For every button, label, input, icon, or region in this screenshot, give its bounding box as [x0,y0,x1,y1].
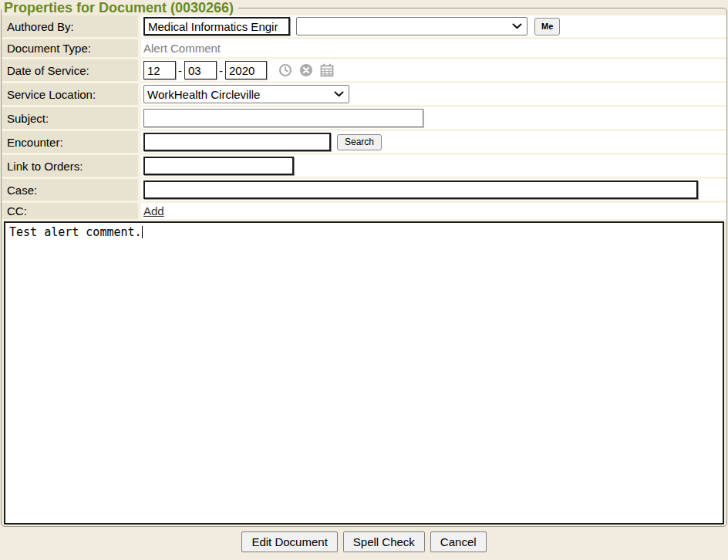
field-label-authored-by: Authored By: [2,15,141,37]
case-input[interactable] [143,180,698,199]
field-label-encounter: Encounter: [2,131,141,153]
circle-x-icon[interactable] [299,63,313,77]
cc-add-link[interactable]: Add [143,204,164,218]
document-body-textarea[interactable]: Test alert comment. [4,221,724,525]
field-label-service-location: Service Location: [2,83,141,105]
page-title: Properties for Document (0030266) [2,0,238,15]
authored-by-input[interactable] [143,17,290,35]
field-label-document-type: Document Type: [2,39,141,57]
date-separator: - [219,64,223,77]
service-location-select[interactable]: WorkHealth Circleville [143,85,349,103]
me-button[interactable]: Me [534,18,560,35]
row-case: Case: [2,179,726,203]
field-label-link-to-orders: Link to Orders: [2,155,141,177]
field-label-subject: Subject: [2,107,141,129]
authored-by-select[interactable] [296,17,527,35]
properties-form: Authored By: Me Document Type: Alert Com… [2,15,726,221]
field-label-case: Case: [2,179,141,201]
row-link-to-orders: Link to Orders: [2,155,726,179]
row-subject: Subject: [2,107,726,131]
date-separator: - [178,64,182,77]
action-bar: Edit Document Spell Check Cancel [0,527,728,552]
document-type-value: Alert Comment [143,42,221,55]
encounter-input[interactable] [143,133,331,151]
cancel-button[interactable]: Cancel [430,531,487,552]
row-cc: CC: Add [2,203,726,221]
clock-icon[interactable] [278,63,292,77]
row-service-location: Service Location: WorkHealth Circleville [2,83,726,107]
document-properties-panel: Properties for Document (0030266) Author… [1,0,727,527]
text-caret [142,226,143,238]
document-body-text: Test alert comment. [9,225,142,239]
calendar-icon[interactable] [320,63,334,77]
field-label-date-of-service: Date of Service: [2,59,141,81]
date-month-input[interactable] [143,61,176,79]
spell-check-button[interactable]: Spell Check [343,531,425,552]
row-encounter: Encounter: Search [2,131,726,155]
date-day-input[interactable] [184,61,217,79]
row-date-of-service: Date of Service: - - [2,59,726,83]
encounter-search-button[interactable]: Search [337,134,382,150]
date-year-input[interactable] [225,61,267,79]
subject-input[interactable] [143,109,423,127]
edit-document-button[interactable]: Edit Document [241,531,337,552]
row-authored-by: Authored By: Me [2,15,726,39]
field-label-cc: CC: [2,203,141,219]
row-document-type: Document Type: Alert Comment [2,39,726,59]
link-to-orders-input[interactable] [143,157,294,175]
